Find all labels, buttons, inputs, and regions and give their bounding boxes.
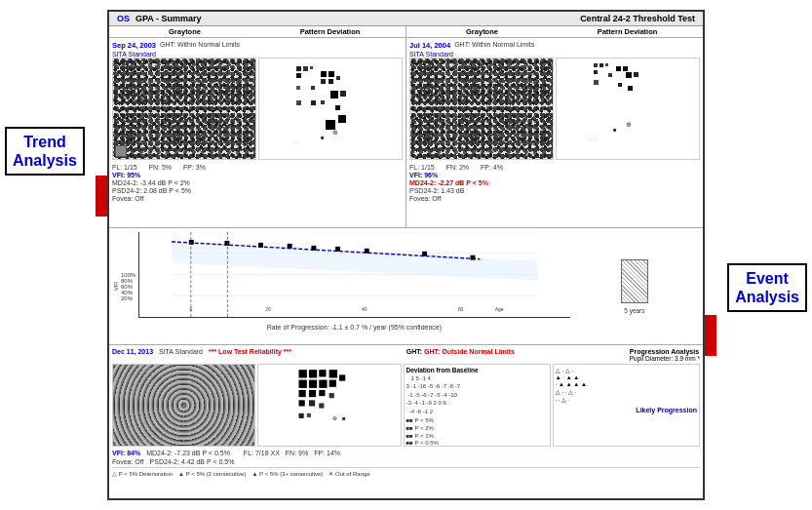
right-fovea-row: Fovea: Off [409,195,700,202]
right-psd-row: PSD24-2: 1.43 dB [409,187,700,194]
dev-row-4: -3 -4 -1 -9 2 0 6 [406,399,548,407]
right-vfi-row: VFI: 96% [409,172,700,178]
svg-rect-66 [329,380,336,387]
left-fovea-row: Fovea: Off [112,195,403,202]
right-fn: FN: 2% [446,164,469,171]
svg-rect-69 [309,390,316,397]
svg-rect-68 [299,390,306,397]
left-fn: FN: 5% [149,164,172,171]
right-ght: GHT: Within Normal Limits [454,41,534,50]
svg-rect-31 [594,80,599,85]
legend-item-2: ▲ P < 5% (3+ consecutive) [251,470,323,477]
svg-rect-30 [634,72,638,77]
svg-rect-23 [599,63,603,67]
svg-rect-0 [296,66,301,71]
prog-row-5: · · △ · [556,396,697,403]
left-exam-date: Sep 24, 2003 [112,41,156,50]
legend-item-0: △ P < 5% Deterioration [112,470,173,477]
bottom-pattern-img: ⊕ ■ [257,364,401,447]
legend-item-1: ▲ P < 5% (2 consecutive) [178,470,246,477]
left-ght: GHT: Within Normal Limits [160,41,240,50]
right-exam-header: Jul 14, 2004 GHT: Within Normal Limits [409,41,700,50]
trend-wrapper: VFI 100% 80% 60% 40% 20% [113,232,699,340]
pattern-deviation-label-2: Pattern Deviation [555,27,700,36]
right-stats: FL: 1/15 FN: 2% FP: 4% [409,164,700,171]
deviation-label: Deviation from Baseline [406,367,548,373]
svg-rect-29 [626,72,632,78]
dev-row-5: -4 -6 -1 2 [406,408,548,415]
bottom-fovea: Fovea: Off [112,458,144,465]
left-psd-row: PSD24-2: 2.08 dB P < 5% [112,187,403,194]
bottom-stats-row2: Fovea: Off PSD24-2: 4.42 dB P < 0.5% [112,458,700,465]
report-header: OS GPA - Summary Central 24-2 Threshold … [109,12,703,26]
right-psd: PSD24-2: 1.43 dB [409,187,464,194]
report-title: GPA - Summary [135,14,202,23]
svg-text:⊕: ⊕ [626,121,632,128]
prog-triangle-filled-1: ▲ · ▲ ▲ [556,374,579,380]
svg-text:⊕: ⊕ [332,414,337,421]
bottom-right-header: GHT: GHT: Outside Normal Limits [406,348,515,362]
rate-of-progression: Rate of Progression: -1.1 ± 0.7 % / year… [138,324,570,331]
top-exam-section: Sep 24, 2003 GHT: Within Normal Limits S… [109,38,703,228]
right-pattern-svg: · · ■ ⊕ [557,59,699,156]
right-graytone-img [409,58,554,160]
trend-chart-wrapper: 0 20 40 60 Age Rate of Progression: -1.1… [138,232,570,340]
svg-rect-64 [309,380,317,388]
prog-bottom: · · △ · [556,396,570,403]
svg-rect-65 [320,380,328,388]
right-vfi: VFI: 96% [409,172,438,178]
svg-rect-5 [329,71,334,77]
prog-row-2: ▲ · ▲ ▲ [556,374,697,380]
svg-rect-8 [329,79,333,84]
trend-analysis-label: Trend Analysis [13,133,77,170]
progression-analysis-label: Progression Analysis [630,348,699,355]
svg-rect-76 [307,413,311,417]
y-20: 20% [121,295,136,301]
svg-rect-67 [339,374,345,380]
left-graytone-pattern [113,59,255,159]
event-analysis-label-box: Event Analysis [727,263,807,312]
svg-rect-47 [311,246,316,251]
svg-rect-49 [365,249,369,254]
svg-text:·  ·: · · [293,139,297,145]
svg-rect-62 [329,370,337,377]
svg-rect-51 [471,255,476,260]
deviation-legend-small: ■■ P < 5% ■■ P < 2% ■■ P < 1% ■■ P < 0.5… [406,417,548,448]
legend-row: △ P < 5% Deterioration ▲ P < 5% (2 conse… [112,467,700,477]
dev-leg-4: ■■ P < 0.5% [406,440,548,448]
bottom-vfi: VFI: 84% [112,450,140,456]
bottom-images-row: ⊕ ■ Deviation from Baseline 1 5 -1 4 3 -… [112,364,700,447]
test-type: Central 24-2 Threshold Test [580,14,695,23]
bottom-section: Dec 11, 2013 SITA Standard *** Low Test … [109,345,703,480]
svg-rect-12 [340,91,346,97]
svg-rect-44 [224,241,229,246]
prog-row-4: △ · · △ · [556,388,697,395]
bottom-left-header: Dec 11, 2013 SITA Standard *** Low Test … [112,348,291,362]
y-axis-values: 100% 80% 60% 40% 20% [121,272,138,301]
pattern-svg: · · ■ ⊕ [262,61,399,159]
svg-marker-41 [172,244,538,281]
progression-analysis-img: △ · △ · ▲ · ▲ ▲ · ▲ ▲ ▲ ▲ △ · · △ · · · [553,364,700,447]
left-exam-col: Sep 24, 2003 GHT: Within Normal Limits S… [109,38,406,227]
svg-text:20: 20 [265,307,271,312]
left-standard: SITA Standard [112,51,403,58]
svg-rect-10 [311,86,315,90]
bottom-md: MD24-2: -7.23 dB P < 0.5% [146,450,230,456]
svg-rect-61 [320,370,327,376]
svg-rect-9 [296,86,300,90]
dev-leg-2: ■■ P < 2% [406,425,548,433]
report-panel: OS GPA - Summary Central 24-2 Threshold … [107,10,705,500]
left-exam-header: Sep 24, 2003 GHT: Within Normal Limits [112,41,403,50]
bottom-far-right-header: Progression Analysis Pupil Diameter: 3.9… [630,348,700,362]
trend-chart-svg: 0 20 40 60 Age [138,232,570,318]
vfi-y-axis-label: VFI [113,282,119,291]
left-fovea: Fovea: Off [112,195,144,202]
svg-rect-63 [299,380,307,388]
eye-label: OS [117,14,130,23]
bottom-graytone-img [112,364,255,447]
pupil-label: Pupil Diameter: 3.9 mm * [630,355,700,362]
svg-rect-3 [310,66,313,69]
svg-text:■: ■ [321,135,325,140]
left-fp: FP: 3% [183,164,206,171]
main-container: Trend Analysis Event Analysis OS GPA - S… [0,0,812,510]
